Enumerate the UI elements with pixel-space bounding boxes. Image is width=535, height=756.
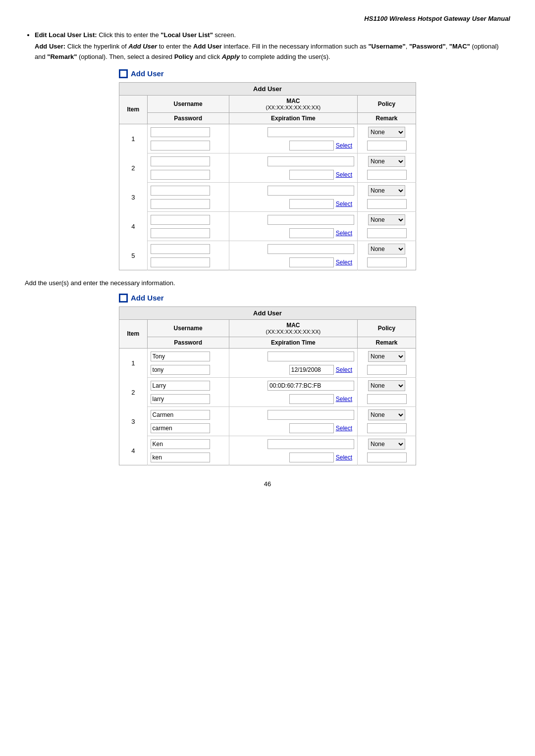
t2-policy-top-3: None [358, 406, 416, 422]
username-input-5[interactable] [151, 244, 210, 254]
policy-top-5: None [358, 241, 416, 256]
mac-input-3[interactable] [268, 186, 354, 196]
t2-mac-input-1[interactable] [268, 352, 354, 361]
t2-select-link-1[interactable]: Select [336, 366, 352, 373]
table2-title-row: Add User [119, 306, 416, 319]
col2-mac: MAC (XX:XX:XX:XX:XX:XX) [229, 319, 357, 337]
t2-password-input-2[interactable] [151, 394, 210, 404]
t2-password-input-3[interactable] [151, 423, 210, 433]
table1-title: Add User [119, 82, 416, 95]
col-username-1: Username [147, 95, 229, 112]
password-input-5[interactable] [151, 257, 210, 267]
t2-username-input-2[interactable] [151, 381, 210, 391]
table2-subheader-row: Password Expiration Time Remark [119, 337, 416, 348]
col2-password: Password [147, 337, 229, 348]
item-cell-2: 2 [119, 153, 148, 182]
remark-input-3[interactable] [367, 199, 407, 209]
mac-top-3 [229, 182, 357, 198]
table-row: Select [119, 363, 416, 378]
t2-password-input-1[interactable] [151, 365, 210, 375]
t2-expiry-input-2[interactable] [289, 394, 334, 404]
password-input-1[interactable] [151, 141, 210, 151]
t2-expiry-bottom-1: Select [229, 363, 357, 378]
t2-remark-input-4[interactable] [367, 453, 407, 462]
bullet-item-1: Edit Local User List: Click this to ente… [35, 31, 510, 39]
t2-expiry-input-4[interactable] [289, 453, 334, 462]
remark-input-4[interactable] [367, 228, 407, 238]
expiry-input-3[interactable] [289, 199, 334, 209]
t2-username-input-1[interactable] [151, 352, 210, 361]
mac-input-1[interactable] [268, 127, 354, 137]
policy-select-1[interactable]: None [368, 127, 405, 138]
expiry-input-4[interactable] [289, 228, 334, 238]
mac-input-2[interactable] [268, 156, 354, 166]
mac-top-2 [229, 153, 357, 168]
select-link-4[interactable]: Select [336, 230, 352, 237]
t2-username-input-3[interactable] [151, 410, 210, 420]
t2-remark-input-1[interactable] [367, 365, 407, 375]
table-row: Select [119, 227, 416, 241]
password-bottom-3 [147, 198, 229, 212]
t2-remark-input-3[interactable] [367, 423, 407, 433]
add-user-paragraph: Add User: Click the hyperlink of Add Use… [35, 42, 510, 62]
t2-policy-select-1[interactable]: None [368, 351, 405, 362]
t2-password-input-4[interactable] [151, 453, 210, 462]
t2-policy-top-2: None [358, 377, 416, 393]
t2-select-link-2[interactable]: Select [336, 396, 352, 403]
t2-policy-select-2[interactable]: None [368, 380, 405, 391]
password-bottom-5 [147, 256, 229, 270]
t2-expiry-bottom-4: Select [229, 451, 357, 465]
t2-remark-bottom-2 [358, 393, 416, 407]
bullet-section: Edit Local User List: Click this to ente… [25, 31, 510, 62]
policy-select-3[interactable]: None [368, 185, 405, 196]
username-input-2[interactable] [151, 156, 210, 166]
item2-cell-4: 4 [119, 436, 148, 465]
password-input-2[interactable] [151, 170, 210, 180]
t2-mac-input-3[interactable] [268, 410, 354, 420]
t2-mac-input-2[interactable] [268, 381, 354, 391]
add-user-icon-1: U [119, 69, 128, 78]
username-input-1[interactable] [151, 127, 210, 137]
table-row: Select [119, 256, 416, 270]
select-link-3[interactable]: Select [336, 201, 352, 207]
password-input-4[interactable] [151, 228, 210, 238]
remark-input-5[interactable] [367, 257, 407, 267]
select-link-5[interactable]: Select [336, 259, 352, 266]
remark-input-2[interactable] [367, 170, 407, 180]
select-link-1[interactable]: Select [336, 142, 352, 149]
username-input-4[interactable] [151, 215, 210, 225]
password-input-3[interactable] [151, 199, 210, 209]
section-heading-2-label: Add User [131, 294, 164, 302]
policy-top-2: None [358, 153, 416, 168]
t2-policy-select-3[interactable]: None [368, 409, 405, 420]
username-top-1 [147, 124, 229, 139]
username-top-4 [147, 211, 229, 227]
t2-select-link-4[interactable]: Select [336, 454, 352, 461]
t2-expiry-input-1[interactable] [289, 365, 334, 375]
t2-remark-input-2[interactable] [367, 394, 407, 404]
expiry-input-1[interactable] [289, 141, 334, 151]
t2-policy-select-4[interactable]: None [368, 439, 405, 450]
table1-subheader-row: Password Expiration Time Remark [119, 112, 416, 124]
mac-input-4[interactable] [268, 215, 354, 225]
col2-remark: Remark [358, 337, 416, 348]
remark-bottom-2 [358, 168, 416, 183]
policy-select-2[interactable]: None [368, 156, 405, 167]
t2-expiry-input-3[interactable] [289, 423, 334, 433]
col-remark-1: Remark [358, 112, 416, 124]
username-input-3[interactable] [151, 186, 210, 196]
t2-mac-input-4[interactable] [268, 439, 354, 449]
policy-select-5[interactable]: None [368, 244, 405, 254]
mac-input-5[interactable] [268, 244, 354, 254]
t2-mac-top-1 [229, 348, 357, 363]
table1-header-row: Item Username MAC (XX:XX:XX:XX:XX:XX) Po… [119, 95, 416, 112]
t2-username-input-4[interactable] [151, 439, 210, 449]
t2-select-link-3[interactable]: Select [336, 425, 352, 432]
remark-input-1[interactable] [367, 141, 407, 151]
expiry-input-2[interactable] [289, 170, 334, 180]
policy-select-4[interactable]: None [368, 214, 405, 225]
table-row: Select [119, 393, 416, 407]
mac-top-5 [229, 241, 357, 256]
expiry-input-5[interactable] [289, 257, 334, 267]
select-link-2[interactable]: Select [336, 171, 352, 178]
